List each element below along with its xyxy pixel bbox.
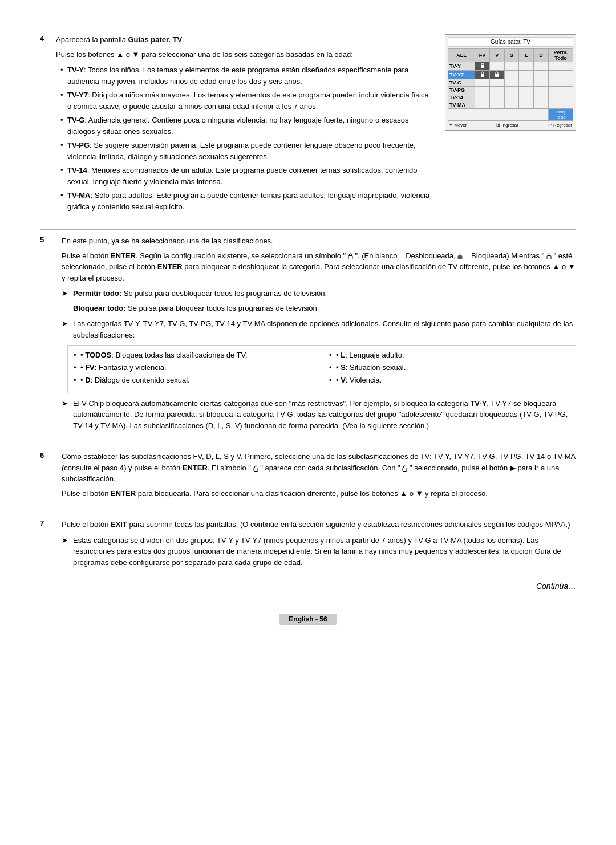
- arrow-text-grupos: Estas categorías se dividen en dos grupo…: [73, 535, 576, 568]
- control-back: ↩ Regresar: [548, 123, 572, 128]
- section-number-7: 7: [40, 519, 50, 571]
- arrow-icon-2: ➤: [62, 318, 70, 340]
- table-row: TV-PG: [448, 87, 573, 94]
- arrow-icon-4: ➤: [62, 535, 70, 568]
- section-4: 4 Aparecerá la pantalla Guías pater. TV.…: [40, 34, 576, 220]
- info-list-2: • L: Lenguaje adulto. • S: Situación sex…: [330, 350, 569, 386]
- bullet-tvma: TV-MA: Sólo para adultos. Este programa …: [62, 190, 433, 212]
- table-row-bloq: Bloq.Todo: [448, 109, 573, 121]
- cell-tvg-l: [534, 79, 549, 87]
- col-header-all: ALL: [448, 49, 475, 62]
- cell-tvy7-fv: [489, 71, 504, 79]
- tv-controls: ✦ Mover ⊞ Ingresar ↩ Regresar: [448, 123, 573, 128]
- cell-tvma-s: [519, 101, 534, 109]
- svg-rect-0: [481, 65, 484, 68]
- cell-tvma-d: [548, 101, 573, 109]
- arrow-item-vchip: ➤ El V-Chip bloqueará automáticamente ci…: [62, 398, 576, 432]
- cell-tvy-v: [504, 62, 519, 71]
- section-7-p1: Pulse el botón EXIT para suprimir todas …: [62, 519, 576, 530]
- row-label-tvg: TV-G: [448, 79, 475, 87]
- cell-tvy7-v: [504, 71, 519, 79]
- cell-tv14-v: [504, 94, 519, 101]
- cell-tv14-all: [475, 94, 490, 101]
- svg-rect-7: [403, 468, 407, 471]
- section-5-body: En este punto, ya se ha seleccionado una…: [62, 235, 576, 434]
- info-list-1: • TODOS: Bloquea todas las clasificacion…: [75, 350, 313, 386]
- info-item-v: • V: Violencia.: [330, 375, 569, 385]
- section-4-header: Aparecerá la pantalla Guías pater. TV. P…: [56, 34, 433, 217]
- bullet-tvy7: TV-Y7: Dirigido a niños más mayores. Los…: [62, 90, 433, 112]
- arrow-text-categorias: Las categorías TV-Y, TV-Y7, TV-G, TV-PG,…: [73, 318, 576, 340]
- page-footer: English - 56: [40, 614, 576, 625]
- table-row: TV-14: [448, 94, 573, 101]
- tv-screen-title: Guías pater. TV: [448, 37, 573, 47]
- cell-tvg-fv: [489, 79, 504, 87]
- table-row: TV-G: [448, 79, 573, 87]
- cell-tvma-all: [475, 101, 490, 109]
- row-label-tvy: TV-Y: [448, 62, 475, 71]
- cell-tvy7-all: [475, 71, 490, 79]
- bloq-label: [448, 109, 549, 121]
- col-header-s: S: [504, 49, 519, 62]
- section-number-6: 6: [40, 451, 50, 502]
- info-table: • TODOS: Bloquea todas las clasificacion…: [67, 345, 576, 393]
- cell-tv14-s: [519, 94, 534, 101]
- row-label-tv14: TV-14: [448, 94, 475, 101]
- arrow-item-categorias: ➤ Las categorías TV-Y, TV-Y7, TV-G, TV-P…: [62, 318, 576, 340]
- bullet-tvpg: TV-PG: Se sugiere supervisión paterna. E…: [62, 140, 433, 162]
- arrow-icon: ➤: [62, 288, 70, 299]
- info-item-fv: • FV: Fantasía y violencia.: [75, 363, 313, 373]
- cell-tvma-v: [504, 101, 519, 109]
- svg-rect-3: [348, 255, 352, 259]
- bullet-tvy: TV-Y: Todos los niños. Los temas y eleme…: [62, 64, 433, 87]
- section-5: 5 En este punto, ya se ha seleccionado u…: [40, 235, 576, 434]
- cell-tvma-l: [534, 101, 549, 109]
- table-row: TV-Y7: [448, 71, 573, 79]
- info-col-1: • TODOS: Bloquea todas las clasificacion…: [75, 350, 313, 388]
- control-enter: ⊞ Ingresar: [496, 123, 518, 128]
- continua-text: Continúa…: [40, 582, 576, 591]
- tv-grid: ALL FV V S L D Perm.Todo TV-Y: [448, 48, 573, 121]
- section-6-body: Cómo establecer las subclasificaciones F…: [62, 451, 576, 502]
- divider-3: [40, 513, 576, 513]
- info-item-s: • S: Situación sexual.: [330, 363, 569, 373]
- cell-tvy-l: [534, 62, 549, 71]
- info-col-2: • L: Lenguaje adulto. • S: Situación sex…: [330, 350, 569, 388]
- section-4-left: 4 Aparecerá la pantalla Guías pater. TV.…: [40, 34, 433, 220]
- svg-rect-1: [481, 74, 484, 77]
- cell-tv14-d: [548, 94, 573, 101]
- row-label-tvy7: TV-Y7: [448, 71, 475, 79]
- svg-rect-5: [547, 255, 551, 259]
- svg-rect-2: [495, 74, 499, 77]
- svg-rect-6: [254, 468, 258, 471]
- cell-tvpg-all: [475, 87, 490, 94]
- cell-tvg-d: [548, 79, 573, 87]
- cell-tvg-all: [475, 79, 490, 87]
- cell-tvpg-fv: [489, 87, 504, 94]
- section-6: 6 Cómo establecer las subclasificaciones…: [40, 451, 576, 502]
- cell-tvy7-s: [519, 71, 534, 79]
- bullet-tv14: TV-14: Menores acompañados de un adulto.…: [62, 165, 433, 187]
- cell-tvy7-l: [534, 71, 549, 79]
- arrow-icon-3: ➤: [62, 398, 70, 432]
- section-5-p1: En este punto, ya se ha seleccionado una…: [62, 235, 576, 247]
- cell-tvpg-s: [519, 87, 534, 94]
- control-move: ✦ Mover: [449, 123, 467, 128]
- arrow-text-vchip: El V-Chip bloqueará automáticamente cier…: [73, 398, 576, 432]
- bullet-tvg: TV-G: Audiencia general. Contiene poca o…: [62, 115, 433, 137]
- cell-tvy-d: [548, 62, 573, 71]
- row-label-tvpg: TV-PG: [448, 87, 475, 94]
- col-header-l: L: [519, 49, 534, 62]
- page-content: 4 Aparecerá la pantalla Guías pater. TV.…: [40, 34, 576, 625]
- section-6-p2: Pulse el botón ENTER para bloquearla. Pa…: [62, 488, 576, 499]
- col-header-v: V: [489, 49, 504, 62]
- col-header-perm: Perm.Todo: [548, 49, 573, 62]
- arrow-item-grupos: ➤ Estas categorías se dividen en dos gru…: [62, 535, 576, 568]
- col-header-d: D: [534, 49, 549, 62]
- cell-tvpg-d: [548, 87, 573, 94]
- col-header-fv: FV: [475, 49, 490, 62]
- tv-screen: Guías pater. TV ALL FV V S L D Perm.Todo: [445, 34, 576, 131]
- cell-tvpg-v: [504, 87, 519, 94]
- divider-2: [40, 445, 576, 445]
- arrow-text-permitir: Permitir todo: Se pulsa para desbloquear…: [73, 288, 576, 299]
